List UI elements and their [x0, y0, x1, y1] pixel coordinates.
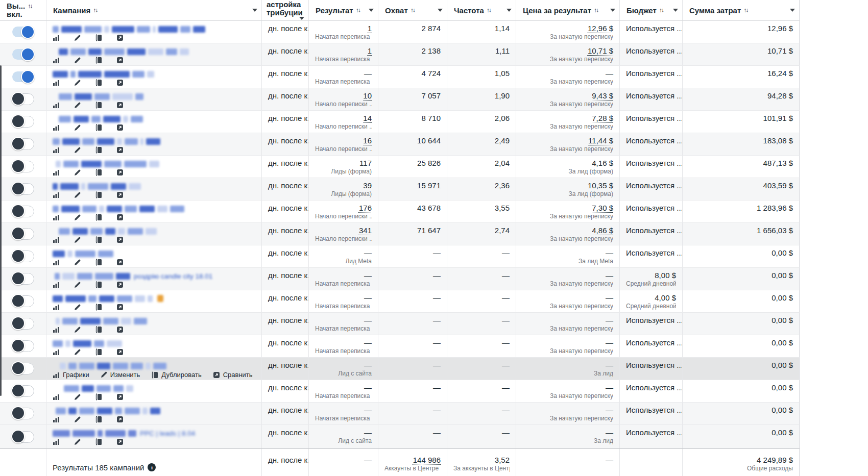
charts-button[interactable] [53, 57, 63, 64]
compare-button[interactable] [116, 124, 127, 131]
sort-icon[interactable]: ↑↓ [28, 2, 32, 10]
duplicate-button[interactable] [95, 326, 105, 333]
campaign-name-redacted[interactable] [53, 340, 255, 347]
campaign-name-redacted[interactable] [53, 183, 255, 190]
campaign-toggle[interactable] [12, 93, 34, 105]
compare-button[interactable] [116, 102, 127, 109]
vertical-scrollbar[interactable] [0, 65, 2, 396]
duplicate-button[interactable] [95, 191, 105, 198]
compare-button[interactable] [116, 438, 127, 445]
campaign-toggle[interactable] [12, 318, 34, 330]
edit-button[interactable]: Изменить [101, 371, 140, 379]
campaign-name-redacted[interactable] [53, 295, 255, 302]
campaign-toggle[interactable] [12, 250, 34, 262]
charts-button[interactable] [53, 438, 63, 445]
duplicate-button[interactable] [95, 214, 105, 221]
sort-icon[interactable]: ↑↓ [411, 7, 415, 14]
charts-button[interactable] [53, 416, 63, 423]
compare-button[interactable] [116, 57, 127, 64]
header-amount-spent[interactable]: Сумма затрат ↑↓ [683, 0, 800, 20]
campaign-toggle[interactable] [12, 431, 34, 443]
campaign-name-redacted[interactable] [60, 362, 255, 369]
campaign-toggle[interactable] [12, 295, 34, 307]
sort-icon[interactable]: ↑↓ [93, 7, 97, 14]
campaign-name-redacted[interactable] [53, 26, 255, 33]
sort-icon[interactable]: ↑↓ [356, 7, 360, 14]
charts-button[interactable] [53, 348, 63, 356]
campaign-toggle[interactable] [12, 183, 34, 195]
chevron-down-icon[interactable] [507, 9, 512, 12]
campaign-name-redacted[interactable] [56, 317, 255, 324]
charts-button[interactable] [53, 146, 63, 154]
charts-button[interactable] [53, 214, 63, 221]
campaign-name-redacted[interactable] [59, 115, 255, 122]
edit-button[interactable] [74, 102, 84, 109]
duplicate-button[interactable] [95, 34, 105, 41]
edit-button[interactable] [74, 304, 84, 311]
campaign-toggle[interactable] [12, 273, 34, 285]
campaign-name-redacted[interactable]: PPC | leads | 8.04 [53, 430, 255, 437]
campaign-name-redacted[interactable] [59, 48, 255, 55]
duplicate-button[interactable] [95, 416, 105, 423]
edit-button[interactable] [74, 349, 84, 356]
campaign-name-redacted[interactable] [53, 70, 255, 78]
compare-button[interactable] [116, 259, 127, 266]
charts-button[interactable] [53, 393, 63, 400]
edit-button[interactable] [74, 282, 84, 288]
sort-icon[interactable]: ↑↓ [743, 7, 748, 14]
charts-button[interactable] [53, 281, 63, 288]
campaign-toggle[interactable] [12, 161, 34, 172]
campaign-toggle[interactable] [12, 228, 34, 240]
chevron-down-icon[interactable] [673, 9, 678, 12]
duplicate-button[interactable] [95, 146, 105, 154]
edit-button[interactable] [74, 259, 84, 266]
duplicate-button[interactable] [95, 124, 105, 131]
compare-button[interactable] [116, 281, 127, 288]
edit-button[interactable] [74, 147, 84, 154]
chevron-down-icon[interactable] [299, 17, 304, 20]
campaign-name-redacted[interactable]: роздрію candle city 18.01 [55, 272, 255, 280]
compare-button[interactable] [116, 191, 127, 198]
chevron-down-icon[interactable] [610, 9, 615, 12]
edit-button[interactable] [74, 35, 84, 41]
campaign-name-visible-text[interactable]: PPC | leads | 8.04 [140, 430, 195, 437]
campaign-name-redacted[interactable] [59, 93, 255, 100]
edit-button[interactable] [74, 80, 84, 86]
compare-button[interactable] [116, 34, 127, 41]
duplicate-button[interactable] [95, 259, 105, 266]
duplicate-button[interactable] [95, 438, 105, 445]
charts-button[interactable] [53, 259, 63, 266]
campaign-name-visible-text[interactable]: роздрію candle city 18.01 [134, 272, 212, 280]
duplicate-button[interactable] [95, 102, 105, 109]
campaign-name-redacted[interactable] [56, 160, 255, 167]
header-campaign[interactable]: Кампания ↑↓ [46, 0, 262, 20]
campaign-name-redacted[interactable] [53, 250, 255, 257]
compare-button[interactable] [116, 79, 127, 86]
header-attribution[interactable]: астройка трибуции [262, 0, 309, 20]
header-toggle-column[interactable]: Вы...↑↓ вкл. [0, 0, 46, 20]
compare-button[interactable] [116, 236, 127, 243]
compare-button[interactable] [116, 169, 127, 176]
edit-button[interactable] [74, 237, 84, 243]
charts-button[interactable] [53, 34, 63, 41]
edit-button[interactable] [74, 169, 84, 176]
header-reach[interactable]: Охват ↑↓ [378, 0, 447, 20]
edit-button[interactable] [74, 124, 84, 131]
compare-button[interactable] [116, 146, 127, 154]
duplicate-button[interactable] [95, 236, 105, 243]
edit-button[interactable] [74, 214, 84, 221]
campaign-name-redacted[interactable] [59, 228, 255, 235]
charts-button[interactable]: Графики [53, 371, 89, 379]
compare-button[interactable]: Сравнить [213, 371, 253, 379]
duplicate-button[interactable] [95, 304, 105, 311]
chevron-down-icon[interactable] [369, 9, 374, 12]
edit-button[interactable] [74, 57, 84, 64]
header-frequency[interactable]: Частота ↑↓ [447, 0, 516, 20]
campaign-toggle[interactable] [12, 206, 34, 217]
chevron-down-icon[interactable] [438, 9, 443, 12]
header-result[interactable]: Результат ↑↓ [309, 0, 378, 20]
campaign-toggle[interactable] [12, 27, 34, 37]
compare-button[interactable] [116, 416, 127, 423]
duplicate-button[interactable] [95, 57, 105, 64]
campaign-name-redacted[interactable] [56, 407, 255, 414]
